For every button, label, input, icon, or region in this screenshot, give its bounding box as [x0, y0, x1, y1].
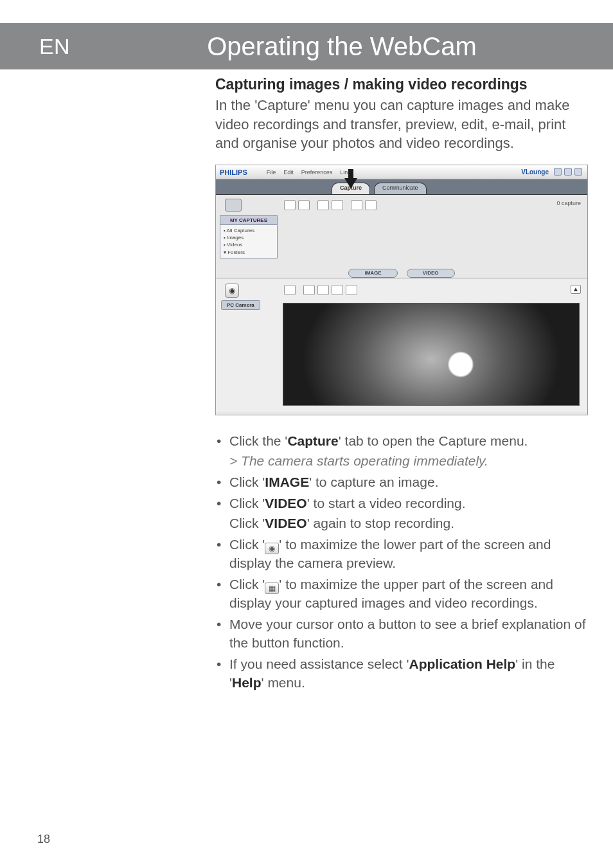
list-item: Move your cursor onto a button to see a … — [215, 615, 587, 653]
bold-text: IMAGE — [265, 475, 309, 489]
bold-text: Capture — [287, 433, 338, 448]
captures-pane: MY CAPTURES • All Captures • Images • Vi… — [216, 195, 587, 278]
close-icon[interactable] — [574, 168, 582, 176]
tool-icon[interactable] — [284, 285, 296, 295]
tool-icon[interactable] — [317, 285, 329, 295]
capture-mode-buttons: IMAGE VIDEO — [216, 266, 587, 278]
preview-toolbar — [284, 285, 357, 295]
collapse-up-icon[interactable]: ▲ — [571, 285, 581, 294]
app-brand: PHILIPS — [220, 168, 247, 176]
mode-tabs: Capture Communicate — [216, 179, 587, 195]
tool-icon[interactable] — [303, 285, 315, 295]
camera-inline-icon: ◉ — [265, 543, 279, 554]
tool-icon[interactable] — [332, 285, 343, 295]
minimize-icon[interactable] — [554, 168, 562, 176]
instruction-list: Click the 'Capture' tab to open the Capt… — [215, 432, 587, 692]
bold-text: Application Help — [409, 656, 516, 671]
language-tab: EN — [0, 23, 109, 69]
tool-icon[interactable] — [284, 200, 296, 210]
page-number: 18 — [37, 833, 50, 846]
section-intro: In the 'Capture' menu you can capture im… — [215, 96, 587, 153]
captures-toolbar — [284, 200, 377, 210]
list-item: Click 'VIDEO' to start a video recording… — [215, 494, 587, 513]
tool-icon[interactable] — [346, 285, 357, 295]
toolbar-separator — [298, 285, 301, 295]
chapter-title: Operating the WebCam — [109, 23, 613, 69]
sidebar-item-all[interactable]: • All Captures — [224, 227, 274, 234]
text: Click ' — [229, 537, 265, 552]
list-item: Click the 'Capture' tab to open the Capt… — [215, 432, 587, 451]
thumbnails-inline-icon: ▦ — [265, 583, 279, 594]
list-item: Click '▦' to maximize the upper part of … — [215, 575, 587, 613]
video-capture-button[interactable]: VIDEO — [407, 269, 455, 278]
toolbar-separator — [312, 200, 315, 210]
pc-camera-label: PC Camera — [221, 300, 260, 310]
text: If you need assistance select ' — [229, 656, 409, 671]
text: Click ' — [229, 496, 265, 511]
bold-text: VIDEO — [265, 516, 306, 530]
tool-icon[interactable] — [365, 200, 377, 210]
text: ' to capture an image. — [309, 475, 438, 489]
tool-icon[interactable] — [317, 200, 329, 210]
capture-count: 0 capture — [556, 200, 581, 206]
sidebar-item-images[interactable]: • Images — [224, 234, 274, 241]
text: ' to start a video recording. — [307, 496, 466, 511]
sidebar-header: MY CAPTURES — [220, 215, 278, 225]
list-item: If you need assistance select 'Applicati… — [215, 655, 587, 692]
text: Click the ' — [229, 433, 287, 448]
thumbnails-panel-icon[interactable] — [225, 199, 242, 212]
window-controls: VLounge — [521, 168, 582, 176]
list-item: Click 'IMAGE' to capture an image. — [215, 473, 587, 492]
image-capture-button[interactable]: IMAGE — [348, 269, 397, 278]
text: Click ' — [229, 475, 265, 489]
sidebar-item-folders[interactable]: ▾ Folders — [224, 249, 274, 256]
menu-preferences[interactable]: Preferences — [301, 169, 333, 176]
text: ' again to stop recording. — [307, 516, 454, 530]
tool-icon[interactable] — [298, 200, 310, 210]
toolbar-separator — [346, 200, 348, 210]
text: Click ' — [229, 516, 265, 530]
sidebar-item-videos[interactable]: • Videos — [224, 241, 274, 248]
menu-edit[interactable]: Edit — [283, 169, 294, 176]
tab-communicate[interactable]: Communicate — [374, 183, 427, 194]
sidebar-list: • All Captures • Images • Videos ▾ Folde… — [220, 225, 278, 258]
tool-icon[interactable] — [332, 200, 343, 210]
list-item: Click '◉' to maximize the lower part of … — [215, 536, 587, 573]
sub-note: > The camera starts operating immediatel… — [215, 452, 587, 471]
camera-preview — [283, 303, 580, 406]
camera-preview-image — [283, 303, 579, 405]
maximize-icon[interactable] — [564, 168, 572, 176]
camera-panel-icon[interactable]: ◉ — [225, 284, 239, 298]
preview-pane: ◉ ▲ PC Camera — [216, 278, 587, 412]
svg-marker-0 — [344, 169, 357, 188]
captures-sidebar: MY CAPTURES • All Captures • Images • Vi… — [220, 199, 278, 258]
sub-line: Click 'VIDEO' again to stop recording. — [215, 514, 587, 533]
text: Click ' — [229, 577, 265, 592]
tool-icon[interactable] — [351, 200, 362, 210]
text: ' menu. — [262, 675, 305, 690]
section-heading: Capturing images / making video recordin… — [215, 76, 587, 93]
menu-file[interactable]: File — [267, 169, 276, 176]
callout-arrow-icon — [342, 169, 360, 188]
vlounge-screenshot: PHILIPS File Edit Preferences Links VLou… — [215, 165, 588, 415]
bold-text: Help — [232, 675, 262, 690]
bold-text: VIDEO — [265, 496, 306, 511]
app-name: VLounge — [521, 168, 549, 176]
text: ' tab to open the Capture menu. — [339, 433, 528, 448]
